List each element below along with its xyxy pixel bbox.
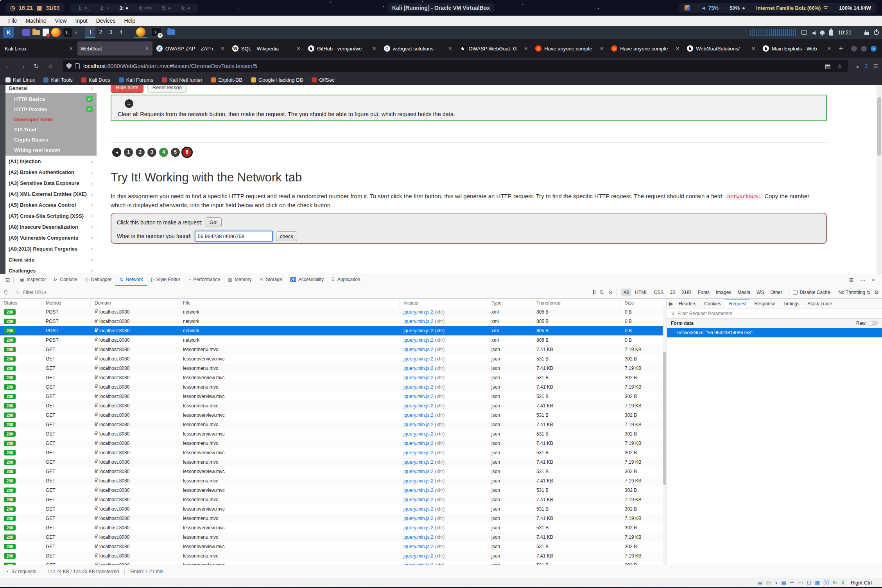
tab-close-icon[interactable]: × [827,45,832,52]
request-row[interactable]: 200 GET localhost:8080 lessonoverview.mv… [0,354,667,364]
request-row[interactable]: 200 GET localhost:8080 lessonmenu.mvc jq… [0,364,667,373]
initiator-link[interactable]: jquery.min.js:2 [403,375,433,380]
browser-tab[interactable]: ♞ OWASP WebGoat: G × [456,41,531,56]
close-window-button[interactable]: × [871,46,877,52]
reset-lesson-button[interactable]: Reset lesson [147,85,187,93]
bookmark-item[interactable]: Kali Docs [81,77,110,83]
bookmark-item[interactable]: Exploit-DB [211,77,242,83]
initiator-link[interactable]: jquery.min.js:2 [403,488,433,493]
bookmark-item[interactable]: Kali Linux [5,77,35,83]
detail-tab[interactable]: Timings [779,299,803,308]
type-filter-button[interactable]: Media [735,289,753,296]
sidebar-category-item[interactable]: (A4) XML External Entities (XXE)› [5,188,97,199]
tab-close-icon[interactable]: × [448,45,452,52]
request-row[interactable]: 200 GET localhost:8080 lessonmenu.mvc jq… [0,457,667,467]
request-row[interactable]: 200 GET localhost:8080 lessonoverview.mv… [0,373,667,382]
request-row[interactable]: 200 GET localhost:8080 lessonmenu.mvc jq… [0,345,667,354]
initiator-link[interactable]: jquery.min.js:2 [403,544,433,549]
devtools-menu-icon[interactable]: ⋯ [860,277,866,283]
workspace-button[interactable]: 3 [106,27,116,38]
form-data-section[interactable]: Form data Raw [667,319,882,328]
new-tab-button[interactable]: + [835,43,846,54]
initiator-link[interactable]: jquery.min.js:2 [403,506,433,512]
devtools-tool-tab[interactable]: {} Style Editor [147,274,184,286]
pick-element-icon[interactable]: ⊡ [2,277,14,283]
request-row[interactable]: 200 GET localhost:8080 lessonoverview.mv… [0,429,667,439]
vbox-status-icon[interactable]: ▭ [798,579,803,586]
files-running-icon[interactable] [165,27,177,38]
request-row[interactable]: 200 POST localhost:8080 network jquery.m… [0,317,667,326]
scrollbar-thumb[interactable] [663,352,666,485]
type-filter-button[interactable]: JS [667,289,678,296]
notifications-icon[interactable] [820,30,825,34]
downloads-icon[interactable]: ↧ [864,63,869,69]
browser-tab[interactable]: ☺ Have anyone comple × [608,41,683,56]
devtools-tool-tab[interactable]: ⠿ Application [328,274,364,286]
forward-icon[interactable]: → [18,63,27,70]
type-filter-button[interactable]: Images [713,289,734,296]
hamburger-menu-icon[interactable]: ☰ [873,63,878,69]
bookmark-star-icon[interactable]: ☆ [835,63,844,70]
host-workspace[interactable]: 1: >_ [78,5,90,11]
request-row[interactable]: 200 GET localhost:8080 lessonoverview.mv… [0,411,667,420]
request-row[interactable]: 200 POST localhost:8080 network jquery.m… [0,335,667,345]
type-filter-button[interactable]: All [621,289,631,296]
browser-tab[interactable]: Kali Linux × [2,41,77,56]
request-row[interactable]: 200 GET localhost:8080 lessonoverview.mv… [0,467,667,476]
detail-tab[interactable]: Response [750,299,779,308]
menu-item[interactable]: View [50,16,71,25]
column-header[interactable]: Status [0,299,42,307]
column-header[interactable]: Method [42,299,91,307]
type-filter-button[interactable]: XHR [679,289,694,296]
browser-tab[interactable]: WebGoat × [77,41,152,56]
type-filter-button[interactable]: WS [754,289,767,296]
kali-menu-button[interactable]: K [3,27,14,38]
site-info-icon[interactable] [75,63,80,69]
answer-input[interactable] [195,231,273,242]
browser-tab[interactable]: Z OWASP ZAP – ZAP i × [153,41,228,56]
host-workspace[interactable]: 4: </> [138,5,152,11]
throttling-select[interactable]: No Throttling ⇅ [838,290,870,295]
block-requests-icon[interactable]: ⊘ [608,289,613,295]
page-button[interactable]: 5 [171,148,180,157]
go-button[interactable]: Go! [206,217,222,227]
minimize-button[interactable] [851,46,857,52]
maximize-button[interactable] [861,46,867,52]
sidebar-lesson-item[interactable]: HTTP Basics ✓ [5,94,97,104]
tab-close-icon[interactable]: × [69,45,74,52]
vbox-status-icon[interactable]: ▩ [815,579,820,586]
devtools-tool-tab[interactable]: ▣ Inspector [16,274,50,286]
initiator-link[interactable]: jquery.min.js:2 [403,319,433,324]
request-row[interactable]: 200 POST localhost:8080 network jquery.m… [0,307,667,317]
host-workspace[interactable]: 6: ● [181,5,190,11]
request-row[interactable]: 200 GET localhost:8080 lessonoverview.mv… [0,448,667,457]
previous-page-button[interactable]: ◄ [112,148,121,157]
tab-close-icon[interactable]: × [145,45,149,52]
sidebar-category-item[interactable]: (A5) Broken Access Control› [5,199,97,210]
page-button[interactable]: 3 [147,148,156,157]
workspace-button[interactable]: 2 [95,27,106,38]
sidebar-category-item[interactable]: Client side› [5,254,97,265]
vbox-status-icon[interactable]: ▦ [781,579,786,586]
sidebar-category-item[interactable]: (A7) Cross-Site Scripting (XSS)› [5,210,97,221]
detail-tab[interactable]: Cookies [700,299,725,308]
sidebar-lesson-item[interactable]: Developer Tools ✓ [5,114,97,124]
sidebar-category-item[interactable]: (A3) Sensitive Data Exposure› [5,177,97,188]
page-button[interactable]: 6 [183,148,192,157]
system-monitor-graph[interactable] [750,29,797,36]
devtools-close-icon[interactable]: × [872,277,875,283]
menu-item[interactable]: Help [120,16,140,25]
detail-tab[interactable]: Request [725,299,751,308]
sidebar-lesson-item[interactable]: Writing new lesson ✓ [5,145,97,155]
request-row[interactable]: 200 GET localhost:8080 lessonoverview.mv… [0,542,667,551]
column-header[interactable]: File [179,299,400,307]
browser-tab[interactable]: ♞ WebGoatSolutions/ × [684,41,759,56]
initiator-link[interactable]: jquery.min.js:2 [403,412,433,418]
sidebar-lesson-item[interactable]: CIA Triad ✓ [5,124,97,134]
devtools-tool-tab[interactable]: ◇ Debugger [81,274,116,286]
clear-requests-icon[interactable] [3,290,9,295]
bookmark-item[interactable]: Kali Forums [119,77,153,83]
tab-close-icon[interactable]: × [372,45,376,52]
request-row[interactable]: 200 GET localhost:8080 lessonmenu.mvc jq… [0,382,667,392]
raw-toggle[interactable] [868,321,878,326]
